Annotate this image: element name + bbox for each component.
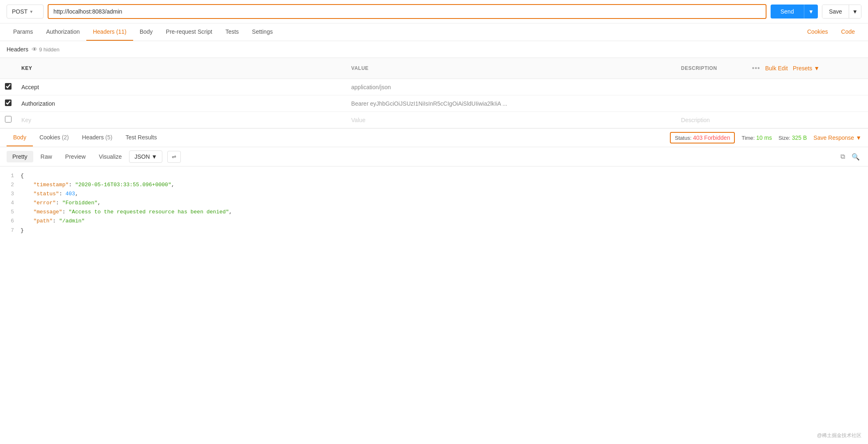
time-value: 10 ms <box>756 134 772 141</box>
hidden-badge: 👁 9 hidden <box>32 46 60 53</box>
send-dropdown-button[interactable]: ▼ <box>804 5 818 18</box>
copy-icon-button[interactable]: ⧉ <box>839 151 847 162</box>
code-content-6: "path": "/admin" <box>21 217 868 226</box>
wrap-button[interactable]: ⇌ <box>167 151 181 163</box>
placeholder-description[interactable]: Description <box>676 112 742 128</box>
val-status: 403 <box>65 191 75 197</box>
line-num-2: 2 <box>0 180 21 190</box>
format-tab-visualize[interactable]: Visualize <box>93 151 127 162</box>
response-tab-headers[interactable]: Headers (5) <box>76 129 119 146</box>
code-line-5: 5 "message": "Access to the requested re… <box>0 208 868 217</box>
three-dots-icon[interactable]: ••• <box>752 65 760 72</box>
tab-authorization[interactable]: Authorization <box>39 23 86 41</box>
row1-description[interactable] <box>676 79 742 95</box>
format-tab-raw[interactable]: Raw <box>35 151 58 162</box>
response-tab-body[interactable]: Body <box>7 129 33 146</box>
row1-checkbox[interactable] <box>5 83 12 90</box>
line-num-3: 3 <box>0 190 21 199</box>
row2-extra <box>742 95 868 112</box>
save-response-chevron-icon: ▼ <box>856 134 861 141</box>
tab-code[interactable]: Code <box>835 23 861 41</box>
save-response-label: Save Response <box>813 134 854 141</box>
val-timestamp: "2020-05-16T03:33:55.096+0000" <box>75 182 171 188</box>
url-input-wrapper <box>48 4 766 19</box>
key-status: "status" <box>21 191 59 197</box>
tab-params[interactable]: Params <box>7 23 39 41</box>
bulk-edit-button[interactable]: Bulk Edit <box>765 65 788 72</box>
row2-key[interactable]: Authorization <box>16 95 346 112</box>
method-select[interactable]: POST ▼ <box>7 5 44 18</box>
row1-value[interactable]: application/json <box>346 79 676 95</box>
headers-section-label: Headers <box>7 46 28 53</box>
format-chevron-icon: ▼ <box>152 153 157 160</box>
row2-checkbox[interactable] <box>5 99 12 106</box>
placeholder-checkbox[interactable] <box>5 116 12 123</box>
body-format-bar: Pretty Raw Preview Visualize JSON ▼ ⇌ ⧉ … <box>0 147 868 166</box>
col-checkbox <box>0 58 16 79</box>
format-select[interactable]: JSON ▼ <box>129 150 162 163</box>
code-line-2: 2 "timestamp": "2020-05-16T03:33:55.096+… <box>0 180 868 190</box>
table-row: Authorization Bearer eyJhbGciOiJSUzI1NiI… <box>0 95 868 112</box>
presets-chevron-icon: ▼ <box>814 65 820 72</box>
row2-value[interactable]: Bearer eyJhbGciOiJSUzI1NiIsInR5cCIgOiAiS… <box>346 95 676 112</box>
table-actions: ••• Bulk Edit Presets ▼ <box>747 61 863 75</box>
status-label: Status: <box>675 135 693 141</box>
size-value: 325 B <box>792 134 807 141</box>
row2-checkbox-cell <box>0 95 16 112</box>
row1-key[interactable]: Accept <box>16 79 346 95</box>
table-row-placeholder: Key Value Description <box>0 112 868 128</box>
code-content-2: "timestamp": "2020-05-16T03:33:55.096+00… <box>21 180 868 190</box>
code-content-3: "status": 403, <box>21 190 868 199</box>
tab-cookies[interactable]: Cookies <box>801 23 835 41</box>
placeholder-value[interactable]: Value <box>346 112 676 128</box>
size-info: Size: 325 B <box>778 134 807 141</box>
response-status: Status: 403 Forbidden Time: 10 ms Size: … <box>670 129 861 147</box>
send-button[interactable]: Send <box>771 5 804 18</box>
tab-headers[interactable]: Headers (11) <box>86 23 133 41</box>
tab-prerequest[interactable]: Pre-request Script <box>159 23 219 41</box>
row1-checkbox-cell <box>0 79 16 95</box>
row2-description[interactable] <box>676 95 742 112</box>
placeholder-checkbox-cell <box>0 112 16 128</box>
line-num-6: 6 <box>0 217 21 226</box>
response-tab-test-results[interactable]: Test Results <box>119 129 163 146</box>
format-tab-pretty[interactable]: Pretty <box>7 151 33 162</box>
tab-tests[interactable]: Tests <box>219 23 245 41</box>
time-info: Time: 10 ms <box>741 134 772 141</box>
send-btn-group: Send ▼ <box>771 5 818 18</box>
time-label: Time: <box>741 135 756 141</box>
hidden-count: 9 hidden <box>39 46 60 53</box>
key-error: "error" <box>21 200 56 206</box>
top-bar: POST ▼ Send ▼ Save ▼ <box>0 0 868 23</box>
headers-table: KEY VALUE DESCRIPTION ••• Bulk Edit Pres… <box>0 58 868 128</box>
tab-body[interactable]: Body <box>133 23 159 41</box>
col-description: DESCRIPTION <box>676 58 742 79</box>
headers-section: Headers 👁 9 hidden <box>0 41 868 58</box>
code-content-1: { <box>21 171 868 180</box>
search-icon-button[interactable]: 🔍 <box>850 151 861 162</box>
response-tab-cookies[interactable]: Cookies (2) <box>33 129 76 146</box>
code-line-3: 3 "status": 403, <box>0 190 868 199</box>
val-message: "Access to the requested resource has be… <box>69 209 229 215</box>
save-response-button[interactable]: Save Response ▼ <box>813 134 861 141</box>
val-error: "Forbidden" <box>62 200 97 206</box>
presets-button[interactable]: Presets ▼ <box>793 65 820 72</box>
code-line-4: 4 "error": "Forbidden", <box>0 199 868 208</box>
url-input[interactable] <box>53 8 761 15</box>
row1-extra <box>742 79 868 95</box>
headers-badge: (11) <box>116 28 127 35</box>
placeholder-key[interactable]: Key <box>16 112 346 128</box>
col-actions: ••• Bulk Edit Presets ▼ <box>742 58 868 79</box>
col-value: VALUE <box>346 58 676 79</box>
save-btn-group: Save ▼ <box>822 5 861 18</box>
format-tab-preview[interactable]: Preview <box>60 151 92 162</box>
method-chevron-icon: ▼ <box>29 9 33 14</box>
right-tabs: Cookies Code <box>801 23 861 41</box>
cookies-badge: (2) <box>62 134 69 141</box>
line-num-7: 7 <box>0 226 21 235</box>
tab-settings[interactable]: Settings <box>245 23 279 41</box>
key-message: "message" <box>21 209 62 215</box>
save-dropdown-button[interactable]: ▼ <box>849 5 861 18</box>
save-button[interactable]: Save <box>822 5 849 18</box>
format-label: JSON <box>134 153 150 160</box>
